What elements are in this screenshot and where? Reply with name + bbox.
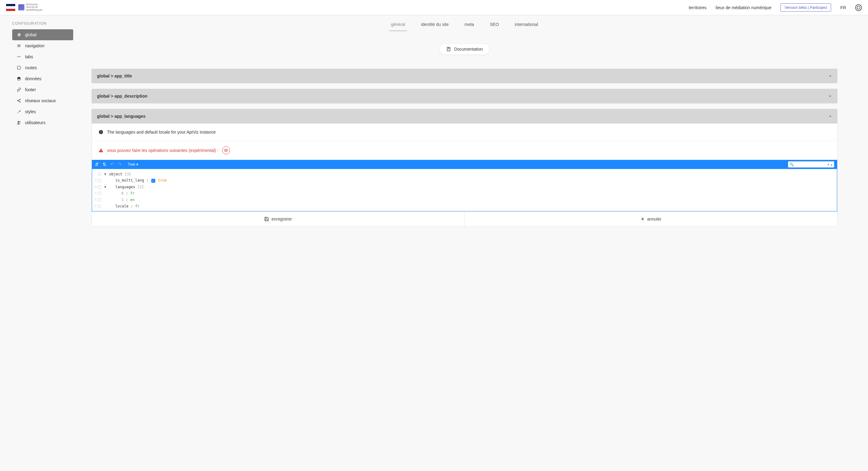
json-row-locale[interactable]: ⠿ locale : fr [92,203,837,209]
info-text: The languages and default locale for you… [107,130,216,134]
svg-rect-3 [18,66,20,69]
eye-toggle-button[interactable] [222,147,230,154]
accordion-title: global > app_title [97,73,132,78]
documentation-label: Documentation [454,47,483,52]
link-icon [17,88,21,92]
undo-icon[interactable]: ↶ [110,162,114,167]
warning-row: vous pouvez faire les opérations suivant… [92,141,837,160]
svg-point-13 [225,150,227,151]
sidebar-item-label: navigation [25,43,44,48]
svg-rect-12 [101,131,101,131]
json-mode-dropdown[interactable]: Tree ▾ [128,162,138,166]
save-button[interactable]: enregistrer [92,212,465,226]
tree-toggle-icon[interactable]: ▼ [104,185,107,189]
sidebar-item-label: styles [25,109,36,114]
svg-point-5 [20,99,21,100]
logo-republique-francaise[interactable] [6,4,15,11]
share-icon [17,98,21,103]
svg-point-0 [18,57,18,57]
logo-text: NUMÉRIQUE [26,9,42,11]
save-icon [264,217,269,221]
sidebar-title: CONFIGURATION [12,21,73,26]
collapse-all-icon[interactable]: ⇅ [102,162,106,167]
nav-lieux-mediation[interactable]: lieux de médiation numérique [715,5,771,10]
sidebar-item-label: données [25,76,41,81]
save-label: enregistrer [272,217,292,221]
info-icon [98,130,103,134]
sidebar-item-navigation[interactable]: navigation [12,40,73,51]
checkbox-true-icon[interactable]: ✓ [151,179,155,183]
header: MISSION SOCIÉTÉ NUMÉRIQUE territoires li… [0,0,868,15]
sidebar-item-donnees[interactable]: données [12,73,73,84]
gear-icon [17,33,21,37]
sidebar-item-footer[interactable]: footer [12,84,73,95]
tab-international[interactable]: international [513,18,540,31]
menu-icon [17,43,21,48]
sidebar-item-styles[interactable]: styles [12,106,73,117]
tab-meta[interactable]: meta [463,18,476,31]
accordion-app-languages: global > app_languages The languages and… [92,109,837,227]
svg-point-1 [19,57,19,57]
sidebar-item-label: réseaux sociaux [25,98,56,103]
tablet-icon [17,66,21,70]
json-row-root[interactable]: ▼ object {3} [92,171,837,177]
json-row-lang-0[interactable]: ⠿ 0 : fr [92,190,837,196]
svg-point-9 [19,121,20,123]
expand-all-icon[interactable]: ⇵ [95,162,99,167]
tab-general[interactable]: général [389,18,407,31]
sidebar: CONFIGURATION global navigation tabs rou… [0,15,73,244]
book-icon [446,47,451,52]
sidebar-item-routes[interactable]: routes [12,62,73,73]
sidebar-item-utilisateurs[interactable]: utilisateurs [12,117,73,128]
header-right: territoires lieux de médiation numérique… [689,3,862,11]
beta-participez-button[interactable]: Version bêta | Participez [780,3,831,11]
tab-seo[interactable]: SEO [488,18,501,31]
nav-territoires[interactable]: territoires [689,5,706,10]
svg-rect-11 [101,132,101,133]
svg-point-7 [20,101,21,102]
accordion-app-title: global > app_title [92,69,837,83]
chevron-down-icon [828,94,832,98]
chevron-up-icon [828,115,832,118]
json-search-input[interactable] [795,163,826,166]
json-row-is-multi-lang[interactable]: ⠿ is_multi_lang : ✓ true [92,177,837,184]
action-bar: enregistrer annuler [92,211,837,226]
main-content: général identité du site meta SEO intern… [73,15,868,244]
logo-mission-societe-numerique[interactable]: MISSION SOCIÉTÉ NUMÉRIQUE [18,3,42,11]
search-icon: 🔍 [788,162,795,166]
user-account-icon[interactable] [855,4,862,11]
cancel-button[interactable]: annuler [465,212,837,226]
accordion-app-description: global > app_description [92,89,837,103]
json-toolbar: ⇵ ⇅ ↶ ↷ Tree ▾ 🔍 ▼▲ [92,160,837,169]
accordion-title: global > app_languages [97,114,146,119]
warning-text: vous pouvez faire les opérations suivant… [107,148,218,153]
accordion-header-app-languages[interactable]: global > app_languages [92,109,837,124]
tabs: général identité du site meta SEO intern… [92,18,837,31]
close-icon [641,217,645,221]
database-icon [17,76,21,81]
accordion-header-app-description[interactable]: global > app_description [92,89,837,103]
sidebar-item-reseaux-sociaux[interactable]: réseaux sociaux [12,95,73,106]
accordion-header-app-title[interactable]: global > app_title [92,69,837,83]
info-row: The languages and default locale for you… [92,124,837,141]
svg-point-2 [20,57,21,57]
sidebar-item-label: tabs [25,54,33,59]
svg-point-6 [18,100,19,101]
tab-identite-site[interactable]: identité du site [420,18,451,31]
brush-icon [17,109,21,114]
sidebar-item-label: footer [25,87,36,92]
redo-icon[interactable]: ↷ [118,162,122,167]
sidebar-item-global[interactable]: global [12,29,73,40]
header-left: MISSION SOCIÉTÉ NUMÉRIQUE [6,3,42,11]
tree-toggle-icon[interactable]: ▼ [104,172,107,176]
sidebar-item-label: global [25,32,36,37]
chevron-down-icon [828,74,832,78]
documentation-button[interactable]: Documentation [439,43,490,55]
language-switcher[interactable]: FR [840,5,846,10]
sidebar-item-tabs[interactable]: tabs [12,51,73,62]
json-row-lang-1[interactable]: ⠿ 1 : en [92,196,837,203]
search-dropdown-icon[interactable]: ▼▲ [826,163,834,166]
users-icon [17,121,21,125]
accordion-title: global > app_description [97,94,147,98]
json-row-languages[interactable]: ⠿ ▼ languages [2] [92,184,837,190]
